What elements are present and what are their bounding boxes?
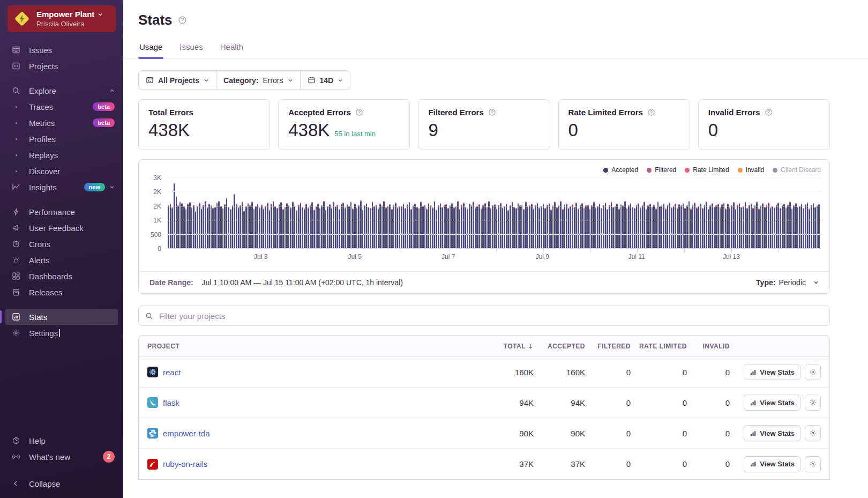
- column-header-invalid[interactable]: INVALID: [702, 343, 730, 350]
- chart-bar: [259, 207, 260, 249]
- chart-bar: [286, 203, 288, 249]
- chart-bar: [395, 203, 396, 249]
- sidebar-item-label: Alerts: [29, 256, 49, 265]
- project-settings-button[interactable]: [805, 395, 821, 411]
- category-selector[interactable]: Category: Errors: [216, 71, 300, 90]
- sidebar-item-discover[interactable]: Discover: [5, 163, 118, 179]
- chart-bar: [515, 208, 517, 249]
- legend-dot-icon: [603, 168, 608, 173]
- chart-bar: [339, 209, 340, 249]
- chart-bar: [791, 209, 793, 249]
- project-selector[interactable]: All Projects: [139, 71, 216, 90]
- legend-item-client-discard[interactable]: Client Discard: [773, 166, 821, 174]
- date-period-selector[interactable]: 14D: [300, 71, 350, 90]
- chart-bar: [518, 203, 519, 249]
- question-circle-icon[interactable]: [765, 108, 773, 116]
- view-stats-button[interactable]: View Stats: [744, 395, 800, 411]
- chart-bar: [659, 206, 661, 249]
- sidebar-item-traces[interactable]: Tracesbeta: [5, 99, 118, 115]
- project-link[interactable]: flask: [163, 398, 179, 407]
- legend-item-filtered[interactable]: Filtered: [647, 166, 676, 174]
- cell-filtered: 0: [626, 398, 631, 407]
- chart-type-selector[interactable]: Type: Periodic: [756, 278, 819, 287]
- view-stats-button[interactable]: View Stats: [744, 425, 800, 441]
- question-circle-icon[interactable]: [355, 108, 363, 116]
- sidebar-item-settings[interactable]: Settings: [5, 325, 118, 341]
- column-header-total[interactable]: TOTAL: [504, 343, 534, 350]
- sidebar-item-crons[interactable]: Crons: [5, 236, 118, 252]
- project-settings-button[interactable]: [805, 364, 821, 380]
- sidebar-item-explore[interactable]: Explore: [5, 83, 118, 99]
- legend-item-accepted[interactable]: Accepted: [603, 166, 638, 174]
- chart-bar: [195, 211, 197, 249]
- chart-type-label: Type:: [756, 278, 775, 287]
- project-filter-input[interactable]: [158, 311, 823, 321]
- cell-total: 94K: [519, 398, 534, 407]
- project-link[interactable]: ruby-on-rails: [163, 459, 207, 469]
- chart-bar: [211, 205, 212, 249]
- sidebar-item-issues[interactable]: Issues: [5, 42, 118, 58]
- view-stats-button[interactable]: View Stats: [744, 456, 800, 472]
- sidebar-item-insights[interactable]: Insightsnew: [5, 179, 118, 195]
- sidebar-item-dashboards[interactable]: Dashboards: [5, 268, 118, 284]
- question-circle-icon[interactable]: [647, 108, 655, 116]
- stat-card-invalid-errors: Invalid Errors0: [698, 99, 830, 150]
- sidebar-item-help[interactable]: Help: [5, 433, 118, 449]
- project-link[interactable]: empower-tda: [163, 429, 210, 438]
- column-header-filtered[interactable]: FILTERED: [597, 343, 631, 350]
- sidebar-item-metrics[interactable]: Metricsbeta: [5, 115, 118, 131]
- column-header-project[interactable]: PROJECT: [139, 343, 470, 350]
- chart-bar: [438, 205, 439, 249]
- view-stats-label: View Stats: [760, 399, 795, 407]
- column-header-rate-limited[interactable]: RATE LIMITED: [639, 343, 687, 350]
- sidebar-item-alerts[interactable]: Alerts: [5, 252, 118, 268]
- project-link[interactable]: react: [163, 368, 181, 377]
- chart-bar: [818, 204, 820, 249]
- chart-bar: [807, 203, 809, 249]
- cell-rate_limited: 0: [683, 459, 687, 469]
- sidebar-item-profiles[interactable]: Profiles: [5, 131, 118, 147]
- projects-window-icon: [146, 76, 154, 84]
- chart-bar: [436, 210, 437, 249]
- stat-card-filtered-errors: Filtered Errors9: [418, 99, 550, 150]
- x-axis-tick: [261, 249, 261, 251]
- sidebar-item-label: Stats: [29, 313, 47, 322]
- chart-bar: [273, 201, 274, 249]
- project-settings-button[interactable]: [805, 425, 821, 441]
- tab-issues[interactable]: Issues: [178, 42, 204, 58]
- sidebar-item-releases[interactable]: Releases: [5, 284, 118, 300]
- chart-bar: [612, 207, 614, 249]
- tab-usage[interactable]: Usage: [138, 42, 163, 58]
- badge-beta: beta: [93, 118, 115, 127]
- notification-count-badge: 2: [103, 451, 115, 463]
- view-stats-button[interactable]: View Stats: [744, 364, 800, 380]
- column-header-accepted[interactable]: ACCEPTED: [548, 343, 585, 350]
- sidebar-item-projects[interactable]: Projects: [5, 58, 118, 74]
- sidebar-item-collapse[interactable]: Collapse: [5, 475, 118, 492]
- project-settings-button[interactable]: [805, 456, 821, 472]
- sidebar-item-what-s-new[interactable]: What's new2: [5, 449, 118, 465]
- chart-bar: [562, 209, 564, 249]
- chart-bar: [242, 202, 243, 249]
- sidebar-item-replays[interactable]: Replays: [5, 147, 118, 163]
- chart-bar: [712, 203, 713, 249]
- question-circle-icon[interactable]: [488, 108, 496, 116]
- chart-bar: [745, 202, 746, 249]
- sidebar-item-user-feedback[interactable]: User Feedback: [5, 220, 118, 236]
- sidebar-item-stats[interactable]: Stats: [5, 309, 118, 325]
- tab-health[interactable]: Health: [219, 42, 244, 58]
- chart-bar: [599, 204, 601, 249]
- legend-item-invalid[interactable]: Invalid: [738, 166, 765, 174]
- org-switcher[interactable]: Empower Plant Priscila Oliveira: [8, 5, 116, 32]
- sidebar-item-performance[interactable]: Performance: [5, 204, 118, 220]
- chart-bar: [618, 209, 620, 249]
- page-help-icon[interactable]: [178, 16, 187, 25]
- issues-icon: [9, 46, 24, 54]
- table-header-row: PROJECTTOTALACCEPTEDFILTEREDRATE LIMITED…: [139, 336, 829, 357]
- chart-bar: [725, 209, 727, 249]
- chart-gridline: [167, 234, 821, 235]
- chart-bar: [609, 205, 610, 249]
- chart-bar: [709, 205, 711, 249]
- chart-bar: [684, 208, 686, 249]
- legend-item-rate-limited[interactable]: Rate Limited: [685, 166, 729, 174]
